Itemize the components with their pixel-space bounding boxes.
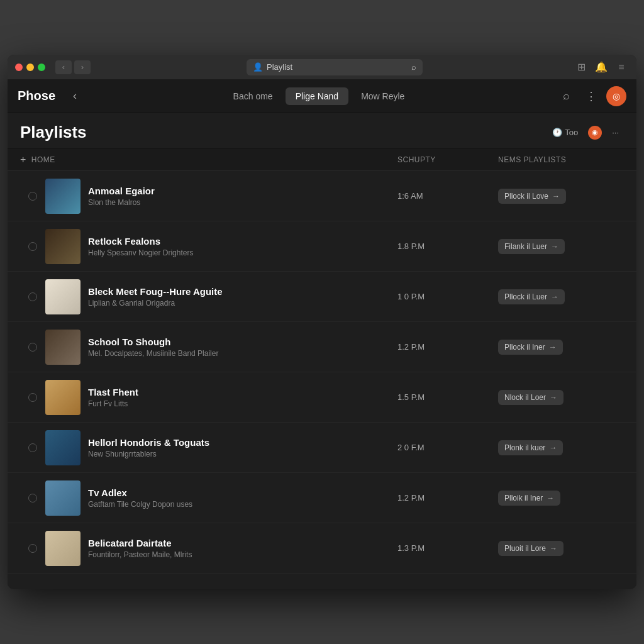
album-art-2 — [45, 279, 80, 314]
radio-circle-5[interactable] — [28, 443, 37, 452]
tab-bach-ome[interactable]: Bach ome — [223, 87, 283, 105]
too-button[interactable]: 🕐 Too — [547, 125, 583, 140]
radio-circle-3[interactable] — [28, 343, 37, 352]
track-title-1: Retlock Fealons — [88, 236, 193, 247]
album-art-1 — [45, 229, 80, 264]
radio-circle-0[interactable] — [28, 192, 37, 201]
album-art-7 — [45, 531, 80, 566]
album-art-6 — [45, 480, 80, 516]
track-info-2: Bleck Meet Foug--Hure Aguite Liplian & G… — [45, 279, 397, 314]
track-artist-2: Liplian & Ganrial Origadra — [88, 299, 223, 308]
account-button[interactable]: ◎ — [606, 86, 626, 106]
track-text-5: Hellorl Hondoris & Toguats New Shunigrrt… — [88, 437, 209, 458]
table-row: Belicatard Dairtate Fountilorr, Pasteor … — [8, 523, 636, 574]
playlist-badge-inner-7[interactable]: Pluoit il Lore → — [498, 541, 564, 556]
radio-circle-6[interactable] — [28, 494, 37, 502]
track-artist-6: Gatftam Tile Colgy Dopon uses — [88, 500, 192, 509]
track-title-7: Belicatard Dairtate — [88, 538, 192, 548]
row-check-0[interactable] — [20, 192, 45, 201]
tab-plige-nand[interactable]: Plige Nand — [286, 87, 349, 105]
playlist-badge-5[interactable]: Plonk il kuer → — [498, 440, 624, 455]
arrow-icon-2: → — [551, 292, 558, 301]
row-check-5[interactable] — [20, 443, 45, 452]
radio-circle-1[interactable] — [28, 242, 37, 251]
track-info-6: Tv Adlex Gatftam Tile Colgy Dopon uses — [45, 480, 397, 516]
track-info-5: Hellorl Hondoris & Toguats New Shunigrrt… — [45, 430, 397, 465]
track-text-7: Belicatard Dairtate Fountilorr, Pasteor … — [88, 538, 192, 559]
tab-mow-reyle[interactable]: Mow Reyle — [351, 87, 414, 105]
nav-back-button[interactable]: ‹ — [55, 60, 72, 74]
playlist-badge-4[interactable]: Nlock il Loer → — [498, 390, 624, 405]
radio-circle-7[interactable] — [28, 544, 37, 553]
ellipsis-button[interactable]: ··· — [607, 125, 624, 140]
playlist-badge-inner-0[interactable]: Pllock il Love → — [498, 189, 566, 204]
add-col-header: + Home — [20, 154, 45, 165]
minimize-button[interactable] — [26, 64, 34, 71]
address-text: Playlist — [267, 62, 292, 72]
playlist-badge-inner-3[interactable]: Pllock il Iner → — [498, 340, 563, 355]
search-icon: ⌕ — [411, 62, 416, 72]
table-header: + Home Schupty Nems Playlists — [8, 149, 636, 171]
track-title-4: Tlast Fhent — [88, 387, 138, 397]
track-duration-7: 1.3 P.M — [397, 543, 498, 553]
playlist-badge-inner-5[interactable]: Plonk il kuer → — [498, 440, 563, 455]
track-title-0: Anmoal Egaior — [88, 186, 155, 196]
arrow-icon-6: → — [547, 494, 554, 502]
app-window: ‹ › 👤 Playlist ⌕ ⊞ 🔔 ≡ Phose ‹ Bach ome … — [8, 55, 636, 589]
track-artist-7: Fountilorr, Pasteor Maile, Mlrits — [88, 550, 192, 559]
playlist-label-1: Filank il Luer — [504, 242, 547, 251]
track-text-6: Tv Adlex Gatftam Tile Colgy Dopon uses — [88, 487, 192, 509]
page-title: Playlists — [20, 123, 87, 142]
menu-icon-button[interactable]: ≡ — [614, 60, 629, 75]
search-button[interactable]: ⌕ — [556, 86, 576, 106]
track-duration-1: 1.8 P.M — [397, 242, 498, 251]
radio-circle-2[interactable] — [28, 292, 37, 301]
track-title-3: School To Shough — [88, 336, 218, 347]
titlebar: ‹ › 👤 Playlist ⌕ ⊞ 🔔 ≡ — [8, 55, 636, 80]
track-duration-2: 1 0 P.M — [397, 292, 498, 301]
playlist-badge-inner-4[interactable]: Nlock il Loer → — [498, 390, 564, 405]
playlist-badge-0[interactable]: Pllock il Love → — [498, 189, 624, 204]
playlist-label-4: Nlock il Loer — [504, 393, 546, 402]
playlist-badge-3[interactable]: Pllock il Iner → — [498, 340, 624, 355]
arrow-icon-3: → — [549, 343, 557, 352]
playlist-badge-7[interactable]: Pluoit il Lore → — [498, 541, 624, 556]
track-artist-3: Mel. Docalpates, Musiinile Band Plailer — [88, 349, 218, 358]
playlist-badge-6[interactable]: Plloik il Iner → — [498, 491, 624, 506]
track-artist-5: New Shunigrrtablers — [88, 450, 209, 458]
row-check-7[interactable] — [20, 544, 45, 553]
table-row: Tlast Fhent Furt Fv Litts 1.5 P.M Nlock … — [8, 372, 636, 423]
playlist-badge-inner-6[interactable]: Plloik il Iner → — [498, 491, 560, 506]
row-check-4[interactable] — [20, 393, 45, 402]
track-artist-4: Furt Fv Litts — [88, 399, 138, 408]
row-check-6[interactable] — [20, 494, 45, 502]
track-text-0: Anmoal Egaior Slon the Malros — [88, 186, 155, 207]
app-header: Phose ‹ Bach ome Plige Nand Mow Reyle ⌕ … — [8, 80, 636, 113]
row-check-3[interactable] — [20, 343, 45, 352]
track-text-1: Retlock Fealons Helly Spesanv Nogier Dri… — [88, 236, 193, 257]
row-check-1[interactable] — [20, 242, 45, 251]
address-bar[interactable]: 👤 Playlist ⌕ — [247, 59, 423, 75]
row-check-2[interactable] — [20, 292, 45, 301]
bell-icon-button[interactable]: 🔔 — [594, 60, 609, 75]
close-button[interactable] — [15, 64, 23, 71]
playlist-badge-inner-1[interactable]: Filank il Luer → — [498, 239, 565, 254]
app-back-button[interactable]: ‹ — [68, 87, 82, 105]
track-text-4: Tlast Fhent Furt Fv Litts — [88, 387, 138, 408]
app-logo: Phose — [18, 89, 55, 103]
playlist-label-5: Plonk il kuer — [504, 443, 545, 452]
radio-circle-4[interactable] — [28, 393, 37, 402]
maximize-button[interactable] — [38, 64, 45, 71]
more-button[interactable]: ⋮ — [581, 86, 601, 106]
playlist-badge-1[interactable]: Filank il Luer → — [498, 239, 624, 254]
page-header: Playlists 🕐 Too ◉ ··· — [8, 113, 636, 149]
more-icon: ⋮ — [586, 89, 597, 103]
playlist-label-7: Pluoit il Lore — [504, 544, 546, 553]
playlist-badge-2[interactable]: Pllock il Luer → — [498, 289, 624, 304]
traffic-lights — [15, 64, 45, 71]
search-icon: ⌕ — [563, 89, 570, 103]
grid-icon-button[interactable]: ⊞ — [574, 60, 589, 75]
playlist-badge-inner-2[interactable]: Pllock il Luer → — [498, 289, 565, 304]
table-rows: Anmoal Egaior Slon the Malros 1:6 AM Pll… — [8, 171, 636, 574]
nav-forward-button[interactable]: › — [74, 60, 91, 74]
